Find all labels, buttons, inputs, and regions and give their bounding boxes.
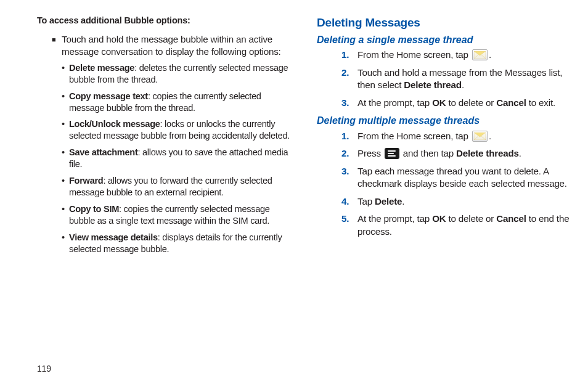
steps-multiple-threads: From the Home screen, tap . Press and th… bbox=[317, 130, 573, 239]
list-item: •Copy message text: copies the currently… bbox=[62, 91, 293, 114]
messaging-icon bbox=[472, 49, 488, 60]
step: At the prompt, tap OK to delete or Cance… bbox=[341, 213, 573, 238]
page-number: 119 bbox=[37, 363, 51, 375]
list-item: •Save attachment: allows you to save the… bbox=[62, 147, 293, 170]
subsection-heading: Deleting multiple message threads bbox=[317, 114, 573, 128]
square-bullet-marker: ■ bbox=[52, 33, 62, 59]
list-item: •View message details: displays details … bbox=[62, 232, 293, 255]
left-column: To access additional Bubble options: ■ T… bbox=[37, 15, 293, 260]
columns: To access additional Bubble options: ■ T… bbox=[37, 15, 570, 260]
step: Tap Delete. bbox=[341, 195, 573, 208]
right-column: Deleting Messages Deleting a single mess… bbox=[317, 15, 573, 260]
step: Tap each message thread you want to dele… bbox=[341, 165, 573, 190]
bubble-options-list: •Delete message: deletes the currently s… bbox=[62, 62, 293, 256]
square-bullet-item: ■ Touch and hold the message bubble with… bbox=[52, 33, 293, 59]
messaging-icon bbox=[472, 131, 488, 142]
list-item: •Copy to SIM: copies the currently selec… bbox=[62, 203, 293, 227]
section-heading: Deleting Messages bbox=[317, 15, 573, 31]
page: To access additional Bubble options: ■ T… bbox=[0, 0, 588, 392]
step: At the prompt, tap OK to delete or Cance… bbox=[341, 97, 573, 110]
subsection-heading: Deleting a single message thread bbox=[317, 33, 573, 47]
bubble-options-heading: To access additional Bubble options: bbox=[37, 15, 293, 27]
step: From the Home screen, tap . bbox=[341, 130, 573, 143]
list-item: •Delete message: deletes the currently s… bbox=[62, 62, 293, 86]
square-bullet-text: Touch and hold the message bubble within… bbox=[62, 33, 293, 59]
svg-rect-3 bbox=[474, 133, 486, 140]
step: Touch and hold a message from the Messag… bbox=[341, 67, 573, 92]
list-item: •Forward: allows you to forward the curr… bbox=[62, 175, 293, 198]
steps-single-thread: From the Home screen, tap . Touch and ho… bbox=[317, 49, 573, 109]
step: From the Home screen, tap . bbox=[341, 49, 573, 62]
svg-rect-1 bbox=[474, 51, 486, 59]
list-item: •Lock/Unlock message: locks or unlocks t… bbox=[62, 118, 293, 142]
step: Press and then tap Delete threads. bbox=[341, 147, 573, 160]
menu-key-icon bbox=[385, 148, 399, 159]
